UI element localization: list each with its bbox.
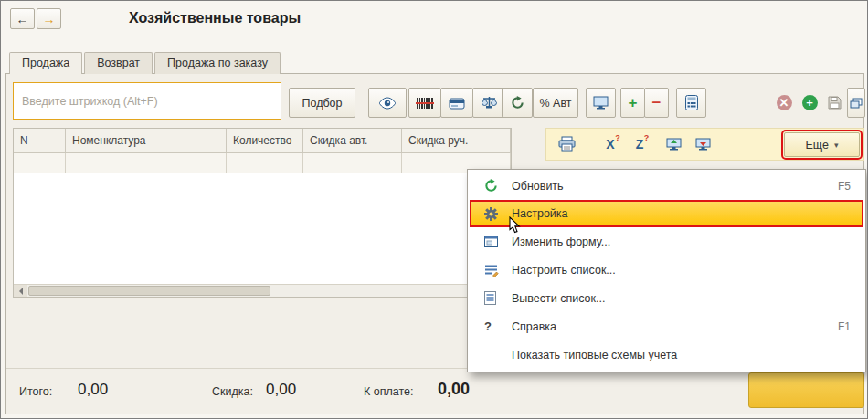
more-button-label: Еще	[806, 139, 829, 152]
menu-item-configure-list[interactable]: Настроить список...	[468, 256, 865, 284]
column-header-auto-discount[interactable]: Скидка авт.	[303, 129, 402, 152]
back-icon: ←	[16, 12, 29, 26]
column-header-n[interactable]: N	[14, 129, 66, 152]
printer-icon	[558, 136, 576, 152]
barcode-scanner-button[interactable]	[408, 88, 441, 118]
barcode-icon	[416, 97, 434, 110]
export-excel-button[interactable]: X?	[597, 131, 624, 157]
tab-bar: Продажа Возврат Продажа по заказу	[9, 52, 281, 74]
app-window: ← → Хозяйственные товары Продажа Возврат…	[0, 0, 868, 419]
menu-item-edit-form[interactable]: Изменить форму...	[468, 227, 865, 256]
plus-icon: +	[629, 95, 638, 110]
remove-row-button[interactable]: −	[644, 88, 669, 118]
save-button[interactable]	[822, 90, 846, 115]
total-value: 0,00	[78, 381, 108, 399]
nav-forward-button[interactable]: →	[37, 8, 61, 29]
percent-auto-button[interactable]: % Авт	[533, 88, 578, 118]
monitor-out-icon	[695, 137, 712, 152]
table-header-row: N Номенклатура Количество Скидка авт. Ск…	[14, 129, 511, 153]
scales-icon	[482, 96, 497, 110]
pick-button[interactable]: Подбор	[289, 88, 355, 118]
tab-return[interactable]: Возврат	[84, 52, 153, 74]
monitor-icon	[593, 96, 609, 110]
subheader-cell	[66, 153, 227, 173]
tab-label: Возврат	[97, 57, 140, 69]
page-title: Хозяйственные товары	[129, 10, 301, 26]
excel-export-icon: X?	[606, 137, 614, 152]
menu-item-label: Показать типовые схемы учета	[512, 349, 851, 361]
percent-auto-label: % Авт	[539, 97, 571, 110]
discount-label: Скидка:	[212, 385, 253, 398]
scales-button[interactable]	[472, 88, 505, 118]
minus-icon: −	[652, 95, 662, 110]
cancel-check-button[interactable]: ✕	[772, 90, 796, 115]
open-window-button[interactable]	[847, 88, 865, 118]
pay-button[interactable]	[748, 372, 864, 408]
subheader-cell	[14, 153, 66, 173]
subheader-cell	[303, 153, 402, 173]
menu-item-refresh[interactable]: Обновить F5	[468, 172, 865, 200]
table-subheader-row	[14, 153, 511, 173]
column-header-quantity[interactable]: Количество	[227, 129, 303, 152]
print-button[interactable]	[553, 131, 580, 157]
z-report-button[interactable]: Z?	[626, 131, 653, 157]
tab-label: Продажа	[22, 57, 69, 69]
table-body[interactable]	[14, 173, 511, 262]
total-label: Итого:	[19, 385, 52, 398]
add-circle-icon: +	[802, 95, 818, 110]
excel-mark: ?	[615, 133, 620, 142]
add-row-button[interactable]: +	[620, 88, 645, 118]
menu-item-settings[interactable]: Настройка	[470, 200, 863, 227]
subheader-cell	[227, 153, 303, 173]
new-check-button[interactable]: +	[798, 90, 821, 115]
items-table: N Номенклатура Количество Скидка авт. Ск…	[13, 128, 512, 298]
menu-item-label: Вывести список...	[512, 292, 851, 305]
refresh-button[interactable]	[502, 88, 533, 118]
nav-back-button[interactable]: ←	[10, 8, 35, 29]
menu-item-help[interactable]: ? Справка F1	[468, 312, 865, 340]
menu-item-output-list[interactable]: Вывести список...	[468, 284, 865, 312]
tab-label: Продажа по заказу	[167, 57, 268, 69]
tab-sale-by-order[interactable]: Продажа по заказу	[154, 52, 281, 74]
gear-icon	[484, 207, 504, 221]
cancel-icon: ✕	[777, 95, 792, 110]
display-button[interactable]	[586, 88, 616, 118]
z-report-icon: Z?	[636, 137, 644, 152]
chevron-down-icon: ▾	[834, 141, 839, 150]
menu-item-shortcut: F5	[838, 180, 851, 193]
card-reader-button[interactable]	[440, 88, 473, 118]
form-icon	[484, 236, 504, 247]
column-header-nomenclature[interactable]: Номенклатура	[66, 129, 227, 152]
barcode-input[interactable]	[13, 82, 281, 120]
refresh-icon	[511, 96, 524, 110]
mouse-cursor	[509, 216, 521, 234]
scrollbar-thumb[interactable]	[28, 286, 270, 296]
monitor-in-icon	[666, 137, 683, 152]
forward-icon: →	[43, 12, 56, 26]
eye-icon	[378, 97, 397, 110]
due-value: 0,00	[438, 380, 470, 399]
cash-out-button[interactable]	[690, 131, 717, 157]
horizontal-scrollbar[interactable]	[14, 284, 511, 297]
refresh-icon	[484, 179, 504, 193]
scroll-left-button[interactable]	[14, 285, 27, 297]
view-prices-button[interactable]	[368, 88, 407, 118]
more-button[interactable]: Еще ▾	[784, 132, 860, 157]
menu-item-label: Обновить	[512, 180, 838, 193]
cash-in-button[interactable]	[661, 131, 688, 157]
triangle-left-icon	[16, 288, 23, 295]
windows-icon	[850, 98, 863, 109]
tab-sale[interactable]: Продажа	[9, 52, 82, 74]
menu-item-label: Изменить форму...	[512, 236, 851, 248]
menu-item-label: Настроить список...	[512, 264, 851, 277]
menu-item-show-accounting-schemes[interactable]: Показать типовые схемы учета	[468, 340, 865, 369]
menu-item-label: Справка	[512, 320, 838, 333]
help-icon: ?	[484, 319, 504, 333]
z-mark: ?	[644, 133, 650, 142]
due-label: К оплате:	[364, 385, 413, 398]
card-icon	[449, 97, 465, 110]
column-header-manual-discount[interactable]: Скидка руч.	[402, 129, 511, 152]
list-export-icon	[484, 291, 504, 305]
calculator-button[interactable]	[676, 88, 706, 118]
menu-item-shortcut: F1	[838, 320, 851, 333]
